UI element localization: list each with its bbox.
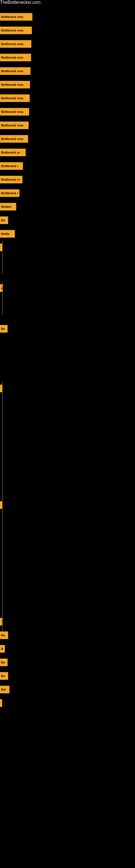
bar: Bottleneck re xyxy=(0,149,26,156)
bar-label: c xyxy=(1,286,3,290)
bar: Bottleneck resu xyxy=(0,122,29,129)
bar-item: Bottle xyxy=(0,230,15,238)
bar-item: Bottleneck r xyxy=(0,189,19,197)
bar-item: Bottleneck re xyxy=(0,149,26,156)
chart-container: Bottleneck resuBottleneck resuBottleneck… xyxy=(0,5,135,859)
bar-label: Bottleneck resu xyxy=(1,124,24,127)
bar: Bottleneck resu xyxy=(0,94,30,102)
bar-item xyxy=(0,618,2,625)
bar-label: Bottleneck r xyxy=(1,164,18,167)
bar xyxy=(0,244,2,251)
bar-label: Bo xyxy=(1,327,5,330)
bar-label: Bottleneck resu xyxy=(1,69,24,73)
bar: Bottleneck r xyxy=(0,162,23,170)
bar-label: Bottleneck re xyxy=(1,151,20,154)
bar-item xyxy=(0,244,2,251)
bar: Bo xyxy=(0,325,8,333)
bar: Bo xyxy=(0,631,8,639)
bar-item xyxy=(0,501,2,509)
bar-item: Bo xyxy=(0,325,8,333)
bar: Bottle xyxy=(0,230,15,238)
bar-item: Bo xyxy=(0,659,8,666)
bar-item: Bottleneck resu xyxy=(0,135,28,143)
bar: Bottleneck resu xyxy=(0,27,32,34)
bar: Bottleneck resu xyxy=(0,54,31,61)
bar: Bot xyxy=(0,686,9,693)
bar xyxy=(0,384,2,392)
bar-label: Bottleneck resu xyxy=(1,15,24,19)
bar-label: Bottleneck re xyxy=(1,178,20,181)
axis-line xyxy=(2,615,3,631)
bar xyxy=(0,699,2,707)
bar-label: Bo xyxy=(1,219,5,222)
bar-label: Bottleneck resu xyxy=(1,56,24,59)
bar-label: Bo xyxy=(1,661,5,664)
bar-item: Bottleneck resu xyxy=(0,67,31,75)
bar-item xyxy=(0,384,2,392)
bar: Bottleneck resu xyxy=(0,108,29,116)
bar-item: Bot xyxy=(0,686,9,693)
axis-line xyxy=(2,499,3,634)
bar-item: Bottleneck resu xyxy=(0,40,31,48)
bar-item: Bottleneck resu xyxy=(0,13,32,21)
bar-label: Bottleneck resu xyxy=(1,110,24,113)
bar: Bo xyxy=(0,672,8,680)
bar-label: Bottleneck resu xyxy=(1,29,24,32)
bar-label: Bo xyxy=(1,633,5,637)
bar-label: Bottleneck r xyxy=(1,191,18,195)
bar: Bottleneck resu xyxy=(0,40,31,48)
bar-item: Bottleneck resu xyxy=(0,54,31,61)
bar-item: Bottleneck resu xyxy=(0,108,29,116)
bar: c xyxy=(0,284,3,292)
axis-line xyxy=(2,382,3,512)
bar: Bo xyxy=(0,216,8,224)
bar: Bottleneck resu xyxy=(0,135,28,143)
bar-label: Bottleneck resu xyxy=(1,83,24,86)
bar: Bottleneck r xyxy=(0,189,19,197)
site-header: TheBottlenecker.com xyxy=(0,0,135,5)
bar: Bottleneck resu xyxy=(0,81,30,88)
bar-label: Bo xyxy=(1,674,5,678)
bar xyxy=(0,501,2,509)
bar xyxy=(0,618,2,625)
bar-label: Bottleneck resu xyxy=(1,97,24,100)
bar: Bottleneck resu xyxy=(0,13,32,21)
bar-item xyxy=(0,699,2,707)
bar-label: B xyxy=(1,647,3,650)
bar-item: Bottleneck re xyxy=(0,176,22,183)
bar-item: Bottleneck resu xyxy=(0,27,32,34)
axis-line xyxy=(2,241,3,273)
bar: Bottleneck resu xyxy=(0,67,31,75)
bar-label: Bot xyxy=(1,688,6,691)
bar-label: Bottleneck resu xyxy=(1,42,24,45)
bar-item: B xyxy=(0,645,5,653)
bar-item: Bo xyxy=(0,216,8,224)
bar: Bo xyxy=(0,659,8,666)
bar-item: c xyxy=(0,284,3,292)
bar-label: Bottlen xyxy=(1,205,11,208)
bar: Bottleneck re xyxy=(0,176,22,183)
bar: Bottlen xyxy=(0,203,16,211)
bar-label: Bottle xyxy=(1,232,9,236)
bar-item: Bottlen xyxy=(0,203,16,211)
bar-item: Bottleneck resu xyxy=(0,94,30,102)
bar-item: Bottleneck r xyxy=(0,162,23,170)
bar-item: Bo xyxy=(0,631,8,639)
bar-item: Bottleneck resu xyxy=(0,122,29,129)
bar-item: Bottleneck resu xyxy=(0,81,30,88)
bar: B xyxy=(0,645,5,653)
bar-label: Bottleneck resu xyxy=(1,137,24,141)
bar-item: Bo xyxy=(0,672,8,680)
